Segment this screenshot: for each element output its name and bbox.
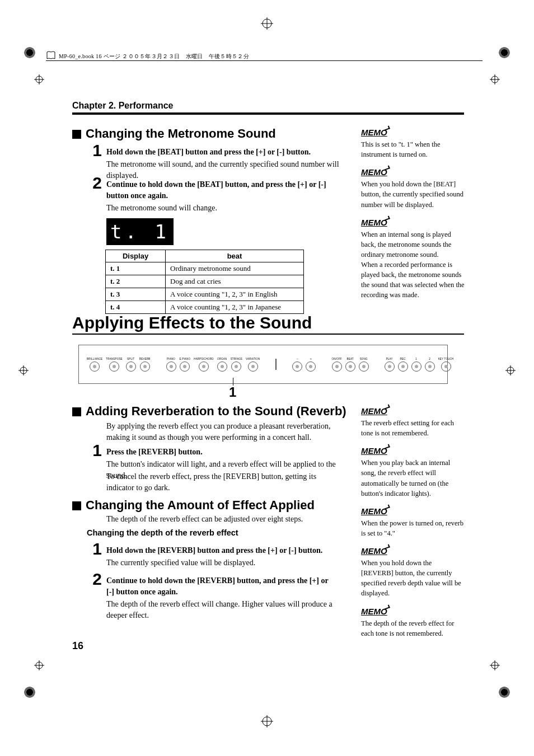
step2-instruction: Continue to hold down the [BEAT] button,… (106, 179, 341, 202)
panel-group-1: BRILLIANCE TRANSPOSE SPLIT REVERB (87, 358, 151, 372)
registration-mark-bottom (260, 715, 274, 728)
memo-label-icon: MEMO (361, 546, 387, 556)
depth-step2-body: The depth of the reverb effect will chan… (106, 599, 336, 622)
panel-button-label: TRANSPOSE (106, 358, 123, 360)
table-header-display: Display (106, 250, 166, 262)
depth-step1-instruction: Hold down the [REVERB] button and press … (106, 545, 341, 556)
registration-mark-right-mid (504, 364, 517, 377)
table-row: t. 3 A voice counting "1, 2, 3" in Engli… (106, 288, 304, 301)
lcd-display: t. 1 (106, 218, 174, 245)
page: MP-60_e.book 16 ページ ２００５年３月２３日 水曜日 午後５時５… (0, 0, 534, 756)
panel-button-icon (411, 361, 421, 372)
table-cell-display: t. 2 (106, 275, 166, 288)
memo-block: MEMO When you hold down the [BEAT] butto… (361, 167, 465, 209)
corner-dot-tl (24, 47, 35, 58)
memo-text: When you hold down the [REVERB] button, … (361, 558, 465, 599)
metronome-sound-table: Display beat t. 1 Ordinary metronome sou… (105, 250, 304, 314)
corner-dot-br (499, 687, 510, 698)
memo-block: MEMO This is set to "t. 1" when the inst… (361, 128, 465, 159)
panel-button-icon (385, 361, 395, 372)
panel-button-label: SONG (360, 358, 368, 360)
table-row: t. 4 A voice counting "1, 2, 3" in Japan… (106, 301, 304, 314)
memo-text: When an internal song is played back, th… (361, 229, 465, 300)
step2-body: The metronome sound will change. (106, 203, 341, 214)
memo-text: When the power is turned on, reverb is s… (361, 518, 465, 538)
memo-block: MEMO The depth of the reverb effect for … (361, 607, 465, 638)
step-number-2: 2 (85, 173, 102, 192)
memo-label-icon: MEMO (361, 506, 387, 516)
h1-rule (72, 334, 464, 335)
memo-column-top: MEMO This is set to "t. 1" when the inst… (361, 128, 465, 308)
reverb-step1-body2: To cancel the reverb effect, press the [… (106, 471, 341, 494)
panel-button-label: 1 (415, 358, 417, 360)
panel-group-5: PLAY REC 1 2 KEY TOUCH (385, 358, 454, 372)
panel-button-label: – (297, 358, 298, 360)
panel-button-label: ON/OFF (331, 358, 341, 360)
control-panel-diagram: BRILLIANCE TRANSPOSE SPLIT REVERB PIANO … (78, 345, 448, 384)
panel-button-label: PLAY (386, 358, 393, 360)
panel-button-icon (180, 361, 190, 372)
panel-button-label: REC (400, 358, 406, 360)
panel-callout-number: 1 (229, 384, 236, 400)
step-number-1c: 1 (85, 539, 102, 558)
table-cell-beat: Ordinary metronome sound (166, 262, 304, 275)
table-row: t. 1 Ordinary metronome sound (106, 262, 304, 275)
square-bullet-icon (72, 130, 81, 139)
heading-change-metronome: Changing the Metronome Sound (72, 126, 276, 141)
panel-button-icon (231, 361, 241, 372)
panel-button-label: + (310, 358, 312, 360)
header-meta-line: MP-60_e.book 16 ページ ２００５年３月２３日 水曜日 午後５時５… (59, 53, 249, 60)
registration-mark-right-top (488, 73, 502, 86)
panel-button-icon (292, 361, 302, 372)
panel-button-label: BEAT (347, 358, 354, 360)
panel-button-icon (109, 361, 119, 372)
book-icon (46, 50, 56, 60)
memo-label-icon: MEMO (361, 406, 387, 416)
memo-label-icon: MEMO (361, 218, 387, 227)
memo-block: MEMO When you hold down the [REVERB] but… (361, 546, 465, 599)
panel-group-3: – + (292, 358, 316, 372)
panel-button-label: KEY TOUCH (438, 358, 454, 360)
memo-block: MEMO The reverb effect setting for each … (361, 406, 465, 438)
memo-text: The depth of the reverb effect for each … (361, 618, 465, 638)
page-number: 16 (72, 640, 83, 652)
memo-text: The reverb effect setting for each tone … (361, 418, 465, 438)
memo-label-icon: MEMO (361, 167, 387, 177)
depth-step2-instruction: Continue to hold down the [REVERB] butto… (106, 575, 330, 598)
header-rule (46, 60, 483, 61)
step-number-2c: 2 (85, 570, 102, 589)
step-number-1: 1 (85, 141, 102, 160)
square-bullet-icon (72, 407, 81, 416)
memo-text: This is set to "t. 1" when the instrumen… (361, 139, 465, 159)
reverb-intro: By applying the reverb effect you can pr… (106, 421, 341, 444)
panel-button-icon (345, 361, 355, 372)
memo-block: MEMO When an internal song is played bac… (361, 218, 465, 300)
table-cell-beat: A voice counting "1, 2, 3" in Japanese (166, 301, 304, 314)
subheading-reverb-depth: Changing the depth of the reverb effect (87, 528, 238, 537)
panel-button-label: STRINGS (231, 358, 242, 360)
corner-dot-bl (24, 687, 35, 698)
heading-adding-reverb: Adding Reverberation to the Sound (Rever… (72, 404, 346, 419)
memo-label-icon: MEMO (361, 128, 387, 137)
heading-text: Changing the Amount of Effect Applied (86, 498, 315, 513)
panel-button-label: VARIATION (246, 358, 260, 360)
lcd-text: t. 1 (110, 220, 170, 243)
panel-button-icon (126, 361, 136, 372)
table-row: t. 2 Dog and cat cries (106, 275, 304, 288)
panel-button-label: E.PIANO (180, 358, 191, 360)
table-cell-beat: A voice counting "1, 2, 3" in English (166, 288, 304, 301)
depth-step1-body: The currently specified value will be di… (106, 557, 341, 569)
registration-mark-left-bot (32, 659, 46, 672)
memo-text: When you hold down the [BEAT] button, th… (361, 179, 465, 209)
memo-block: MEMO When you play back an internal song… (361, 446, 465, 499)
panel-button-label: REVERB (139, 358, 151, 360)
panel-button-icon (332, 361, 342, 372)
step1-instruction: Hold down the [BEAT] button and press th… (106, 147, 341, 158)
panel-button-label: SPLIT (127, 358, 135, 360)
registration-mark-left-mid (17, 364, 30, 377)
panel-button-icon (217, 361, 227, 372)
panel-button-icon (359, 361, 369, 372)
memo-text: When you play back an internal song, the… (361, 458, 465, 499)
memo-column-bottom: MEMO The reverb effect setting for each … (361, 406, 465, 646)
square-bullet-icon (72, 501, 81, 510)
